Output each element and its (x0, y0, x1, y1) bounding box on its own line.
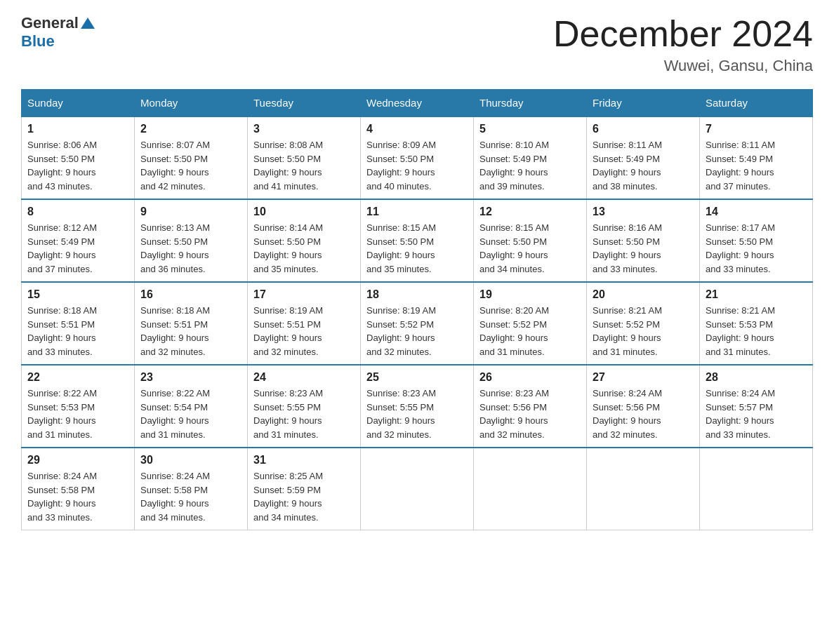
calendar-week-row: 8 Sunrise: 8:12 AM Sunset: 5:49 PM Dayli… (22, 199, 813, 282)
calendar-cell: 18 Sunrise: 8:19 AM Sunset: 5:52 PM Dayl… (361, 282, 474, 365)
day-header-wednesday: Wednesday (361, 90, 474, 117)
day-number: 9 (140, 206, 241, 218)
day-number: 20 (593, 288, 694, 301)
day-info: Sunrise: 8:16 AM Sunset: 5:50 PM Dayligh… (593, 221, 694, 276)
day-info: Sunrise: 8:17 AM Sunset: 5:50 PM Dayligh… (706, 221, 807, 276)
calendar-cell: 23 Sunrise: 8:22 AM Sunset: 5:54 PM Dayl… (135, 365, 248, 448)
calendar-cell: 4 Sunrise: 8:09 AM Sunset: 5:50 PM Dayli… (361, 116, 474, 199)
calendar-cell: 20 Sunrise: 8:21 AM Sunset: 5:52 PM Dayl… (587, 282, 700, 365)
calendar-cell (700, 448, 813, 530)
calendar-cell: 7 Sunrise: 8:11 AM Sunset: 5:49 PM Dayli… (700, 116, 813, 199)
day-info: Sunrise: 8:07 AM Sunset: 5:50 PM Dayligh… (140, 138, 241, 193)
calendar-cell: 13 Sunrise: 8:16 AM Sunset: 5:50 PM Dayl… (587, 199, 700, 282)
day-number: 15 (27, 288, 128, 301)
calendar-cell: 29 Sunrise: 8:24 AM Sunset: 5:58 PM Dayl… (22, 448, 135, 530)
calendar-cell: 12 Sunrise: 8:15 AM Sunset: 5:50 PM Dayl… (474, 199, 587, 282)
day-number: 16 (140, 288, 241, 301)
page-header: General Blue December 2024 Wuwei, Gansu,… (21, 14, 813, 75)
calendar-cell: 5 Sunrise: 8:10 AM Sunset: 5:49 PM Dayli… (474, 116, 587, 199)
logo-text-group: General Blue (21, 14, 95, 51)
calendar-cell: 6 Sunrise: 8:11 AM Sunset: 5:49 PM Dayli… (587, 116, 700, 199)
day-number: 3 (253, 123, 355, 135)
calendar-cell: 26 Sunrise: 8:23 AM Sunset: 5:56 PM Dayl… (474, 365, 587, 448)
calendar-header-row: SundayMondayTuesdayWednesdayThursdayFrid… (22, 90, 813, 117)
day-info: Sunrise: 8:19 AM Sunset: 5:52 PM Dayligh… (366, 304, 468, 358)
day-info: Sunrise: 8:24 AM Sunset: 5:58 PM Dayligh… (140, 469, 241, 524)
calendar-cell: 11 Sunrise: 8:15 AM Sunset: 5:50 PM Dayl… (361, 199, 474, 282)
day-header-thursday: Thursday (474, 90, 587, 117)
calendar-week-row: 29 Sunrise: 8:24 AM Sunset: 5:58 PM Dayl… (22, 448, 813, 530)
calendar-week-row: 1 Sunrise: 8:06 AM Sunset: 5:50 PM Dayli… (22, 116, 813, 199)
day-info: Sunrise: 8:12 AM Sunset: 5:49 PM Dayligh… (27, 221, 128, 276)
day-info: Sunrise: 8:23 AM Sunset: 5:55 PM Dayligh… (253, 387, 355, 441)
day-info: Sunrise: 8:24 AM Sunset: 5:57 PM Dayligh… (706, 387, 807, 441)
logo-container: General Blue (21, 14, 95, 51)
location-subtitle: Wuwei, Gansu, China (553, 57, 813, 75)
day-number: 1 (27, 123, 128, 135)
day-header-sunday: Sunday (22, 90, 135, 117)
calendar-cell: 21 Sunrise: 8:21 AM Sunset: 5:53 PM Dayl… (700, 282, 813, 365)
calendar-week-row: 15 Sunrise: 8:18 AM Sunset: 5:51 PM Dayl… (22, 282, 813, 365)
day-number: 31 (253, 454, 355, 467)
day-header-monday: Monday (135, 90, 248, 117)
title-section: December 2024 Wuwei, Gansu, China (553, 14, 813, 75)
calendar-week-row: 22 Sunrise: 8:22 AM Sunset: 5:53 PM Dayl… (22, 365, 813, 448)
day-header-saturday: Saturday (700, 90, 813, 117)
day-info: Sunrise: 8:18 AM Sunset: 5:51 PM Dayligh… (27, 304, 128, 358)
calendar-cell: 15 Sunrise: 8:18 AM Sunset: 5:51 PM Dayl… (22, 282, 135, 365)
day-header-tuesday: Tuesday (248, 90, 361, 117)
calendar-cell: 27 Sunrise: 8:24 AM Sunset: 5:56 PM Dayl… (587, 365, 700, 448)
day-info: Sunrise: 8:18 AM Sunset: 5:51 PM Dayligh… (140, 304, 241, 358)
day-number: 6 (593, 123, 694, 135)
logo-blue-text: Blue (21, 32, 55, 50)
day-info: Sunrise: 8:22 AM Sunset: 5:53 PM Dayligh… (27, 387, 128, 441)
day-number: 13 (593, 206, 694, 218)
day-number: 29 (27, 454, 128, 467)
calendar-table: SundayMondayTuesdayWednesdayThursdayFrid… (21, 89, 813, 530)
day-info: Sunrise: 8:21 AM Sunset: 5:52 PM Dayligh… (593, 304, 694, 358)
day-number: 17 (253, 288, 355, 301)
day-number: 12 (479, 206, 581, 218)
day-info: Sunrise: 8:25 AM Sunset: 5:59 PM Dayligh… (253, 469, 355, 524)
day-info: Sunrise: 8:19 AM Sunset: 5:51 PM Dayligh… (253, 304, 355, 358)
day-info: Sunrise: 8:23 AM Sunset: 5:55 PM Dayligh… (366, 387, 468, 441)
day-number: 18 (366, 288, 468, 301)
calendar-cell: 31 Sunrise: 8:25 AM Sunset: 5:59 PM Dayl… (248, 448, 361, 530)
day-number: 7 (706, 123, 807, 135)
day-number: 8 (27, 206, 128, 218)
day-number: 23 (140, 371, 241, 384)
day-number: 27 (593, 371, 694, 384)
day-number: 2 (140, 123, 241, 135)
day-number: 4 (366, 123, 468, 135)
day-info: Sunrise: 8:15 AM Sunset: 5:50 PM Dayligh… (366, 221, 468, 276)
day-header-friday: Friday (587, 90, 700, 117)
calendar-cell (361, 448, 474, 530)
day-info: Sunrise: 8:11 AM Sunset: 5:49 PM Dayligh… (706, 138, 807, 193)
day-number: 28 (706, 371, 807, 384)
day-info: Sunrise: 8:22 AM Sunset: 5:54 PM Dayligh… (140, 387, 241, 441)
calendar-cell: 24 Sunrise: 8:23 AM Sunset: 5:55 PM Dayl… (248, 365, 361, 448)
logo: General Blue (21, 14, 95, 51)
day-number: 25 (366, 371, 468, 384)
calendar-cell: 22 Sunrise: 8:22 AM Sunset: 5:53 PM Dayl… (22, 365, 135, 448)
calendar-cell: 19 Sunrise: 8:20 AM Sunset: 5:52 PM Dayl… (474, 282, 587, 365)
calendar-cell (474, 448, 587, 530)
day-info: Sunrise: 8:15 AM Sunset: 5:50 PM Dayligh… (479, 221, 581, 276)
calendar-cell (587, 448, 700, 530)
day-info: Sunrise: 8:21 AM Sunset: 5:53 PM Dayligh… (706, 304, 807, 358)
day-info: Sunrise: 8:24 AM Sunset: 5:58 PM Dayligh… (27, 469, 128, 524)
day-info: Sunrise: 8:23 AM Sunset: 5:56 PM Dayligh… (479, 387, 581, 441)
calendar-cell: 14 Sunrise: 8:17 AM Sunset: 5:50 PM Dayl… (700, 199, 813, 282)
calendar-cell: 3 Sunrise: 8:08 AM Sunset: 5:50 PM Dayli… (248, 116, 361, 199)
calendar-cell: 25 Sunrise: 8:23 AM Sunset: 5:55 PM Dayl… (361, 365, 474, 448)
day-info: Sunrise: 8:10 AM Sunset: 5:49 PM Dayligh… (479, 138, 581, 193)
day-number: 24 (253, 371, 355, 384)
day-info: Sunrise: 8:09 AM Sunset: 5:50 PM Dayligh… (366, 138, 468, 193)
day-info: Sunrise: 8:20 AM Sunset: 5:52 PM Dayligh… (479, 304, 581, 358)
day-info: Sunrise: 8:08 AM Sunset: 5:50 PM Dayligh… (253, 138, 355, 193)
day-info: Sunrise: 8:24 AM Sunset: 5:56 PM Dayligh… (593, 387, 694, 441)
day-number: 30 (140, 454, 241, 467)
calendar-cell: 8 Sunrise: 8:12 AM Sunset: 5:49 PM Dayli… (22, 199, 135, 282)
day-number: 26 (479, 371, 581, 384)
svg-marker-0 (81, 18, 95, 29)
